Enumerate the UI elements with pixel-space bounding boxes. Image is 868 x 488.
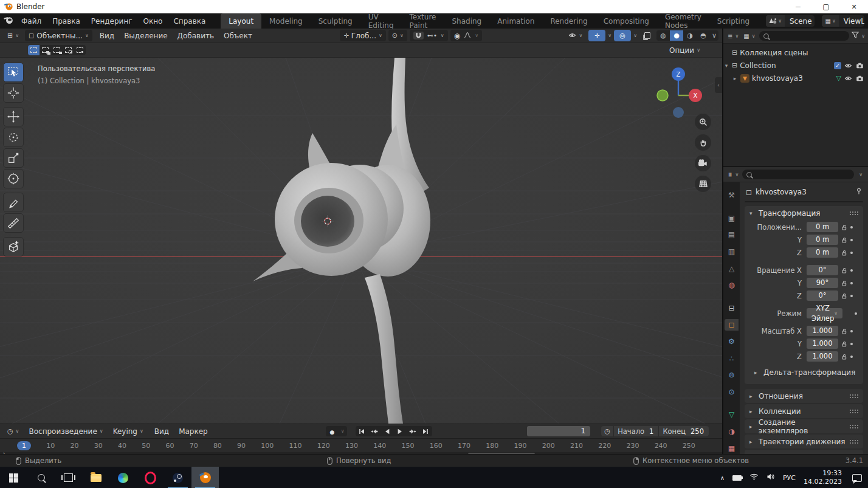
workspace-tab[interactable]: Shading [444,13,489,29]
options-dropdown[interactable]: Опции [666,44,704,56]
frame-end-value[interactable]: 250 [689,427,709,436]
shading-wireframe-button[interactable]: ◍ [656,30,670,41]
ruler-tick[interactable]: 20 [70,442,78,450]
expand-arrow-icon[interactable]: ▾ [723,63,729,69]
ruler-tick[interactable]: 220 [598,442,611,450]
object-label[interactable]: khvostovaya3 [752,74,803,83]
tab-view-layer[interactable]: ▥ [725,246,739,258]
ruler-tick[interactable]: 30 [94,442,103,450]
field-value[interactable]: 1.000 [807,339,838,349]
ruler-tick[interactable]: 70 [190,442,198,450]
tab-modifiers[interactable]: ⚙ [725,336,739,348]
hide-eye-icon[interactable] [844,75,853,81]
transform-orientation-dropdown[interactable]: ✛ Глоб... [340,30,385,41]
clock[interactable]: 19:33 14.02.2023 [804,469,842,486]
keying-menu[interactable]: Keying [109,425,147,437]
ruler-tick[interactable]: 170 [458,442,470,450]
zoom-button[interactable] [695,114,711,130]
lock-open-icon[interactable] [841,267,847,273]
expand-arrow-icon[interactable]: ▸ [732,75,738,81]
drag-grip-icon[interactable] [849,424,858,429]
next-keyframe-button[interactable] [407,426,419,436]
viewport-menu-item[interactable]: Вид [95,30,119,41]
pan-hand-button[interactable] [695,134,711,151]
current-frame-field[interactable]: 1 [527,426,590,436]
field-value[interactable]: 90° [807,278,838,288]
volume-icon[interactable] [766,473,775,482]
show-overlays-toggle[interactable]: ◎ [614,30,631,41]
topbar-menu-item[interactable]: Окно [138,16,168,27]
show-gizmo-toggle[interactable]: ✛ [588,30,605,41]
lock-open-icon[interactable] [841,224,847,230]
collection-checkbox[interactable] [834,62,841,69]
drag-grip-icon[interactable] [849,439,858,444]
jump-to-start-button[interactable] [356,426,368,436]
ruler-tick[interactable]: 10 [46,442,55,450]
visibility-dropdown[interactable] [565,30,586,41]
breadcrumb-object-name[interactable]: khvostovaya3 [756,188,807,196]
properties-search-input[interactable] [742,170,854,179]
blender-logo-icon[interactable] [4,16,13,26]
viewlayer-icon[interactable]: ▦ [822,15,838,27]
field-value[interactable]: 0 m [807,222,838,232]
lock-open-icon[interactable] [841,354,847,360]
lock-open-icon[interactable] [841,280,847,286]
select-mode-subtract[interactable] [51,45,63,55]
collapsed-panel-header[interactable]: ▸ Видимость [745,450,863,454]
field-value[interactable]: 0° [807,290,838,301]
tab-object[interactable]: ◻ [725,319,739,331]
field-value[interactable]: 1.000 [807,326,838,336]
drag-grip-icon[interactable] [849,409,858,414]
snap-target-icon[interactable]: ⊷• [427,32,437,39]
tab-tool[interactable]: ⚒ [725,190,739,201]
ruler-tick[interactable]: 40 [118,442,126,450]
ruler-tick[interactable]: 210 [570,442,583,450]
lock-open-icon[interactable] [841,341,847,347]
collapsed-panel-header[interactable]: ▸ Траектории движения [745,435,863,448]
shading-material-button[interactable]: ◑ [683,30,697,41]
ruler-tick[interactable]: 100 [261,442,274,450]
tab-collection[interactable]: ⊟ [725,303,739,314]
disable-render-icon[interactable] [855,75,864,81]
ruler-tick[interactable]: 60 [165,442,174,450]
ortho-grid-button[interactable] [695,176,711,192]
ruler-tick[interactable]: 150 [402,442,415,450]
select-mode-set[interactable] [28,45,40,55]
workspace-tab[interactable]: Layout [221,13,261,29]
tab-particles[interactable]: ∴ [725,352,739,364]
tab-render[interactable]: ▣ [725,213,739,224]
timeline-menu-item[interactable]: Маркер [174,426,213,437]
tool-scale[interactable] [3,148,24,168]
falloff-curve-icon[interactable] [464,32,471,40]
frame-start-value[interactable]: 1 [648,427,658,436]
topbar-menu-item[interactable]: Справка [168,16,211,27]
collapsed-panel-header[interactable]: ▸ Коллекции [745,404,863,418]
animate-dot[interactable] [850,282,853,284]
blender-taskbar-button[interactable] [191,467,219,488]
animate-dot[interactable] [850,356,853,358]
transform-panel-header[interactable]: ▾ Трансформация [745,206,863,220]
stopwatch-icon[interactable]: ◷ [601,427,613,435]
taskbar-search-button[interactable] [27,467,55,488]
tab-texture[interactable]: ▦ [725,442,739,454]
delta-transform-subpanel[interactable]: ▸ Дельта-трансформация [748,363,859,378]
pin-icon[interactable] [856,188,862,196]
tab-constraints[interactable]: ⊙ [725,387,739,398]
tab-scene[interactable]: △ [725,263,739,274]
tool-transform[interactable] [3,169,24,188]
collection-row[interactable]: ▾ ⊟ Collection [723,59,868,72]
outliner-search-input[interactable] [759,31,850,41]
language-indicator[interactable]: РУС [783,474,796,482]
scene-collection-label[interactable]: Коллекция сцены [740,49,808,57]
animate-dot[interactable] [855,312,857,315]
ruler-tick[interactable]: 190 [514,442,526,450]
object-name-field[interactable]: ◻ khvostovaya3 [745,201,863,202]
viewport-menu-item[interactable]: Добавить [173,30,219,41]
scene-name[interactable]: Scene [785,17,815,26]
hide-eye-icon[interactable] [844,63,853,69]
ruler-tick[interactable]: 200 [542,442,555,450]
viewport-menu-item[interactable]: Объект [219,30,257,41]
workspace-tab[interactable]: Texture Paint [402,13,444,29]
properties-editor-type-button[interactable]: ≡ [726,169,740,180]
viewlayer-name[interactable]: ViewLayer [839,17,864,26]
